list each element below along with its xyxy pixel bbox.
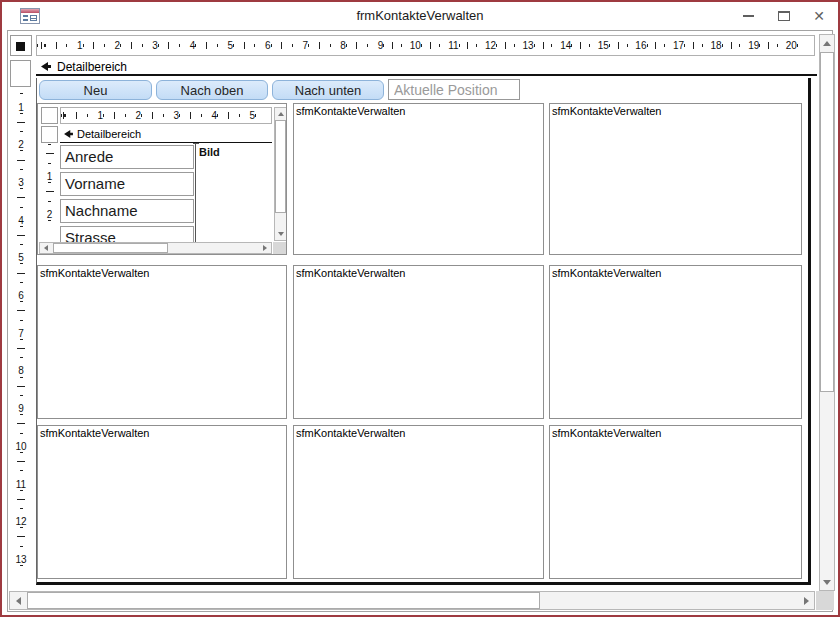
arrow-right-icon	[804, 597, 809, 605]
inner-horizontal-scroll-thumb[interactable]	[53, 243, 168, 253]
ruler-number: 13	[523, 41, 534, 51]
inner-scroll-up-button[interactable]	[275, 108, 286, 120]
main-vertical-scrollbar[interactable]	[819, 34, 835, 591]
subform-cell[interactable]: sfmKontakteVerwalten	[549, 103, 802, 255]
textbox-anrede[interactable]: Anrede	[60, 145, 194, 169]
nested-subform-design-cell[interactable]: 12345 Detailbereich 12	[37, 103, 287, 255]
inner-scroll-down-button[interactable]	[275, 228, 286, 240]
ruler-segment: 1	[65, 108, 103, 123]
ruler-tick	[20, 395, 23, 396]
ruler-tick	[20, 244, 23, 245]
ruler-tick	[496, 44, 497, 47]
ruler-number: 11	[16, 480, 26, 490]
ruler-tick	[131, 42, 132, 49]
subform-cell[interactable]: sfmKontakteVerwalten	[293, 103, 544, 255]
form-selector[interactable]	[10, 35, 32, 56]
textbox-vorname[interactable]: Vorname	[60, 172, 194, 196]
move-up-button[interactable]: Nach oben	[156, 80, 268, 100]
ruler-tick	[664, 44, 665, 47]
minimize-button[interactable]	[738, 2, 758, 30]
subform-cell[interactable]: sfmKontakteVerwalten	[549, 265, 802, 419]
ruler-segment: 13	[10, 527, 32, 565]
subform-cell[interactable]: sfmKontakteVerwalten	[293, 265, 544, 419]
subform-cell[interactable]: sfmKontakteVerwalten	[37, 265, 287, 419]
ruler-number: 15	[598, 41, 609, 51]
inner-form-selector[interactable]	[41, 107, 58, 124]
inner-vertical-scrollbar[interactable]	[274, 107, 287, 241]
inner-section-selector[interactable]	[41, 126, 58, 143]
current-position-input[interactable]	[388, 79, 520, 100]
inner-vertical-ruler[interactable]: 12	[41, 144, 58, 242]
ruler-tick	[627, 44, 628, 47]
ruler-segment: 7	[10, 301, 32, 339]
ruler-segment: 20	[759, 36, 797, 55]
arrow-down-icon	[278, 232, 284, 236]
ruler-segment: 2	[103, 108, 141, 123]
window-title: frmKontakteVerwalten	[2, 2, 838, 30]
arrow-up-icon	[823, 41, 831, 46]
move-down-button[interactable]: Nach unten	[272, 80, 384, 100]
scroll-left-button[interactable]	[10, 592, 26, 609]
horizontal-scroll-thumb[interactable]	[27, 592, 540, 609]
main-horizontal-scrollbar[interactable]	[9, 591, 815, 610]
scroll-right-button[interactable]	[798, 592, 814, 609]
ruler-tick	[618, 42, 619, 49]
ruler-tick	[684, 44, 685, 47]
ruler-segment: 5	[217, 108, 255, 123]
new-button[interactable]: Neu	[39, 80, 152, 100]
inner-vertical-scroll-thumb[interactable]	[275, 120, 286, 213]
vertical-scroll-thumb[interactable]	[820, 52, 834, 392]
subform-label: sfmKontakteVerwalten	[296, 267, 543, 279]
subform-cell[interactable]: sfmKontakteVerwalten	[37, 425, 287, 579]
ruler-tick	[20, 188, 23, 189]
ruler-tick	[17, 499, 25, 500]
ruler-tick	[201, 114, 202, 117]
ruler-tick	[239, 114, 240, 117]
ruler-tick	[20, 226, 23, 227]
subform-cell[interactable]: sfmKontakteVerwalten	[293, 425, 544, 579]
subform-cell[interactable]: sfmKontakteVerwalten	[549, 425, 802, 579]
arrow-left-icon	[16, 597, 21, 605]
horizontal-ruler[interactable]: 1234567891011121314151617181920	[36, 35, 815, 56]
close-button[interactable]: ✕	[808, 2, 830, 30]
ruler-segment: 11	[421, 36, 459, 55]
ruler-tick	[190, 112, 191, 119]
access-form-window: frmKontakteVerwalten ✕ 12345678910111213…	[0, 0, 840, 617]
ruler-number: 2	[47, 210, 53, 220]
inner-scroll-right-button[interactable]	[259, 243, 271, 253]
ruler-segment: 13	[496, 36, 534, 55]
maximize-button[interactable]	[774, 2, 794, 30]
vertical-ruler[interactable]: 12345678910111213	[10, 75, 32, 611]
ruler-number: 1	[47, 172, 53, 182]
section-selector[interactable]	[10, 60, 31, 87]
ruler-tick	[647, 44, 648, 47]
ruler-tick	[777, 44, 778, 47]
scroll-up-button[interactable]	[820, 35, 834, 51]
section-header-bar[interactable]: Detailbereich	[36, 59, 817, 76]
ruler-tick	[120, 44, 121, 47]
arrow-up-icon	[278, 112, 284, 116]
inner-section-header-bar[interactable]: Detailbereich	[60, 126, 272, 143]
ruler-tick	[20, 452, 23, 453]
ruler-segment: 10	[10, 414, 32, 452]
ruler-tick	[233, 44, 234, 47]
scroll-down-button[interactable]	[820, 574, 834, 590]
inner-scroll-left-button[interactable]	[40, 243, 52, 253]
ruler-number: 11	[448, 41, 458, 51]
image-frame-label: Bild	[199, 146, 220, 158]
ruler-tick	[179, 114, 180, 117]
ruler-segment: 12	[459, 36, 497, 55]
ruler-tick	[20, 150, 23, 151]
inner-horizontal-ruler[interactable]: 12345	[60, 107, 272, 124]
ruler-tick	[17, 348, 25, 349]
inner-horizontal-scrollbar[interactable]	[39, 242, 272, 254]
textbox-nachname[interactable]: Nachname	[60, 199, 194, 223]
ruler-number: 18	[711, 41, 722, 51]
ruler-tick	[179, 44, 180, 47]
ruler-tick	[163, 114, 164, 117]
ruler-tick	[104, 44, 105, 47]
ruler-segment: 15	[571, 36, 609, 55]
ruler-segment: 6	[10, 263, 32, 301]
ruler-tick	[152, 112, 153, 119]
ruler-tick	[20, 470, 23, 471]
